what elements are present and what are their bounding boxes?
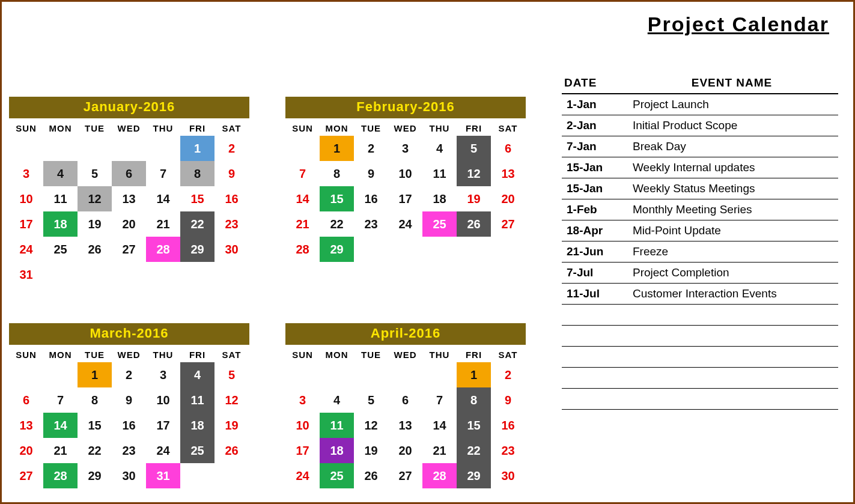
day-cell: 4: [180, 362, 215, 387]
day-cell: 2: [112, 362, 146, 387]
day-cell: 28: [422, 463, 457, 488]
day-cell: 17: [388, 186, 422, 211]
event-row: 7-JanBreak Day: [562, 136, 838, 157]
day-cell: 30: [215, 237, 249, 262]
day-cell: 17: [146, 413, 180, 438]
event-name: [628, 326, 838, 347]
event-date: 21-Jun: [562, 241, 628, 263]
dow-header: MON: [320, 345, 354, 362]
event-date: 7-Jul: [562, 263, 628, 284]
document-frame: Project Calendar January-2016SUNMONTUEWE…: [0, 0, 855, 504]
day-cell: 25: [43, 237, 78, 262]
event-date: [562, 305, 628, 326]
event-date: [562, 326, 628, 347]
month-title: February-2016: [285, 97, 526, 118]
day-cell: 18: [422, 186, 457, 211]
dow-header: THU: [146, 118, 180, 136]
day-cell: 14: [285, 186, 320, 211]
day-cell: 27: [388, 463, 422, 488]
day-cell: 16: [354, 186, 388, 211]
day-cell: 23: [354, 211, 388, 237]
day-cell: 22: [78, 438, 112, 463]
month-title: March-2016: [9, 323, 249, 345]
events-panel: DATE EVENT NAME 1-JanProject Launch2-Jan…: [562, 73, 838, 410]
day-cell: 5: [457, 136, 491, 161]
day-cell: 20: [112, 211, 146, 237]
day-cell: 7: [422, 387, 457, 413]
day-cell: 7: [285, 161, 320, 186]
dow-header: SAT: [491, 118, 525, 136]
day-cell: 30: [491, 463, 525, 488]
day-cell: 29: [180, 237, 215, 262]
day-cell: 15: [457, 413, 491, 438]
day-cell: 10: [146, 387, 180, 413]
day-cell: 26: [457, 211, 491, 237]
empty-cell: [320, 362, 354, 387]
day-cell: 14: [146, 186, 180, 211]
day-cell: 4: [320, 387, 354, 413]
dow-header: SUN: [9, 345, 43, 362]
day-cell: 28: [146, 237, 180, 262]
month-calendar: February-2016SUNMONTUEWEDTHUFRISAT123456…: [285, 97, 526, 287]
day-cell: 13: [491, 161, 525, 186]
day-cell: 30: [112, 463, 146, 488]
empty-cell: [354, 362, 388, 387]
month-grid: SUNMONTUEWEDTHUFRISAT1234567891011121314…: [285, 118, 526, 262]
event-name: Break Day: [628, 136, 838, 157]
events-header-name: EVENT NAME: [628, 73, 838, 94]
day-cell: 11: [43, 186, 78, 211]
dow-header: WED: [112, 118, 146, 136]
event-date: 2-Jan: [562, 115, 628, 136]
event-row-empty: [562, 347, 838, 368]
month-calendar: January-2016SUNMONTUEWEDTHUFRISAT1234567…: [9, 97, 249, 287]
day-cell: 15: [180, 186, 215, 211]
day-cell: 3: [9, 161, 43, 186]
event-row: 2-JanInitial Product Scope: [562, 115, 838, 136]
dow-header: WED: [388, 118, 422, 136]
day-cell: 18: [43, 211, 78, 237]
day-cell: 11: [320, 413, 354, 438]
event-name: Mid-Point Update: [628, 220, 838, 241]
dow-header: SUN: [285, 345, 320, 362]
day-cell: 3: [388, 136, 422, 161]
dow-header: FRI: [180, 345, 215, 362]
day-cell: 8: [457, 387, 491, 413]
empty-cell: [285, 362, 320, 387]
event-date: 18-Apr: [562, 220, 628, 241]
dow-header: SUN: [9, 118, 43, 136]
event-name: Weekly Internal updates: [628, 157, 838, 178]
empty-cell: [43, 362, 78, 387]
dow-header: MON: [43, 118, 78, 136]
month-grid: SUNMONTUEWEDTHUFRISAT1234567891011121314…: [9, 118, 249, 287]
day-cell: 5: [354, 387, 388, 413]
day-cell: 19: [215, 413, 249, 438]
day-cell: 9: [112, 387, 146, 413]
day-cell: 14: [422, 413, 457, 438]
day-cell: 20: [491, 186, 525, 211]
day-cell: 9: [215, 161, 249, 186]
dow-header: TUE: [78, 345, 112, 362]
day-cell: 29: [457, 463, 491, 488]
day-cell: 19: [457, 186, 491, 211]
day-cell: 3: [285, 387, 320, 413]
empty-cell: [43, 136, 78, 161]
event-date: 11-Jul: [562, 284, 628, 305]
day-cell: 23: [215, 211, 249, 237]
day-cell: 26: [354, 463, 388, 488]
event-name: Customer Interaction Events: [628, 284, 838, 305]
day-cell: 27: [112, 237, 146, 262]
event-date: [562, 368, 628, 389]
day-cell: 16: [491, 413, 525, 438]
empty-cell: [285, 136, 320, 161]
day-cell: 9: [354, 161, 388, 186]
day-cell: 25: [180, 438, 215, 463]
empty-cell: [9, 362, 43, 387]
day-cell: 24: [388, 211, 422, 237]
day-cell: 27: [491, 211, 525, 237]
dow-header: TUE: [78, 118, 112, 136]
day-cell: 31: [146, 463, 180, 488]
day-cell: 15: [320, 186, 354, 211]
day-cell: 16: [215, 186, 249, 211]
event-row: 7-JulProject Completion: [562, 263, 838, 284]
day-cell: 1: [180, 136, 215, 161]
